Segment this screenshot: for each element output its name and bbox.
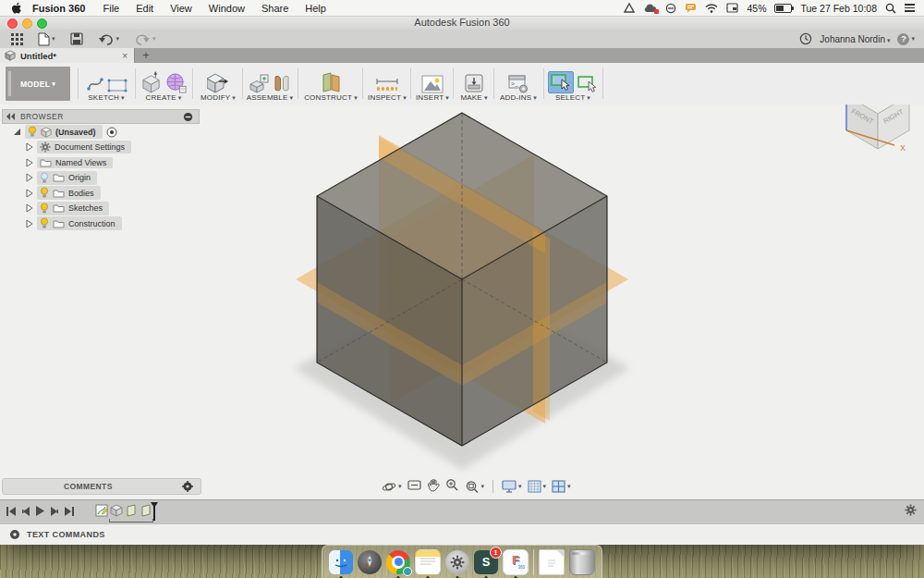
menu-edit[interactable]: Edit [128, 3, 162, 14]
look-at-tool[interactable] [407, 478, 421, 495]
wifi-icon[interactable] [705, 4, 718, 13]
dock-system-preferences-icon[interactable] [445, 550, 469, 574]
timeline-go-end-button[interactable] [64, 506, 75, 517]
new-tab-button[interactable]: + [135, 48, 157, 63]
visibility-bulb-icon[interactable] [40, 187, 49, 199]
ribbon-group-select[interactable]: SELECT [547, 65, 599, 103]
browser-row-sketches[interactable]: Sketches [0, 202, 131, 216]
dock-launchpad-icon[interactable] [358, 550, 382, 574]
text-commands-icon[interactable] [9, 529, 20, 540]
spotlight-icon[interactable] [885, 3, 896, 14]
fit-tool[interactable] [465, 480, 485, 494]
visibility-bulb-icon[interactable] [40, 217, 49, 229]
timeline-box-feature[interactable] [110, 504, 123, 517]
timeline-play-button[interactable] [35, 505, 45, 517]
menu-share[interactable]: Share [253, 3, 297, 14]
tab-close-icon[interactable]: × [122, 51, 128, 61]
dock-chrome-icon[interactable] [386, 550, 410, 574]
drive-status-icon[interactable] [624, 3, 635, 13]
undo-button[interactable] [98, 33, 120, 45]
timeline-step-forward-button[interactable] [50, 506, 59, 517]
browser-row-construction[interactable]: Construction [0, 216, 131, 231]
grid-settings-tool[interactable] [528, 480, 547, 493]
menu-window[interactable]: Window [201, 3, 253, 14]
data-panel-button[interactable] [11, 33, 23, 45]
window-titlebar[interactable]: Autodesk Fusion 360 [0, 15, 924, 31]
dock-documents-icon[interactable] [539, 549, 565, 575]
file-menu-button[interactable] [38, 32, 55, 46]
help-button[interactable]: ? [897, 33, 915, 45]
ribbon-group-addins[interactable]: >_ ADD-INS [495, 65, 541, 103]
menubar-app-name[interactable]: Fusion 360 [23, 3, 94, 14]
visibility-bulb-off-icon[interactable] [40, 172, 49, 184]
do-not-disturb-icon[interactable] [665, 3, 676, 14]
browser-display-settings-icon[interactable] [183, 112, 193, 122]
ribbon-group-sketch[interactable]: SKETCH [81, 65, 131, 103]
browser-row-origin[interactable]: Origin [0, 171, 131, 186]
minimize-window-button[interactable] [22, 18, 32, 29]
expand-closed-icon[interactable] [26, 219, 33, 228]
text-commands-bar[interactable]: TEXT COMMANDS [0, 523, 924, 545]
comments-bar[interactable]: COMMENTS [2, 478, 201, 495]
display-menu-icon[interactable] [726, 3, 738, 13]
orbit-tool[interactable] [382, 480, 402, 494]
expand-closed-icon[interactable] [26, 142, 33, 152]
expand-closed-icon[interactable] [26, 158, 33, 167]
menubar-clock[interactable]: Tue 27 Feb 10:08 [800, 3, 877, 14]
document-tab[interactable]: Untitled* × [0, 48, 135, 63]
visibility-bulb-icon[interactable] [28, 126, 37, 138]
expand-open-icon[interactable] [13, 128, 21, 136]
timeline-playhead[interactable] [153, 502, 155, 521]
comments-options-icon[interactable] [182, 481, 193, 492]
browser-root-row[interactable]: (Unsaved) [0, 125, 131, 140]
close-window-button[interactable] [7, 18, 18, 29]
workspace-selector[interactable]: MODEL [6, 67, 70, 101]
ribbon-group-make[interactable]: MAKE [455, 65, 493, 103]
ribbon-group-assemble[interactable]: ASSEMBLE [244, 65, 296, 103]
zoom-window-button[interactable] [37, 18, 47, 29]
timeline-step-back-button[interactable] [21, 506, 30, 517]
browser-row-bodies[interactable]: Bodies [0, 186, 131, 201]
dock-finder-icon[interactable] [329, 550, 353, 574]
notification-center-icon[interactable] [905, 4, 915, 12]
timeline-plane-feature[interactable] [125, 504, 138, 517]
dock-slack-icon[interactable]: S 1 [474, 550, 498, 574]
collapse-browser-icon[interactable] [6, 113, 16, 120]
viewcube[interactable]: TOP FRONT RIGHT Z X [833, 105, 922, 158]
browser-panel-header[interactable]: BROWSER [2, 109, 200, 124]
expand-closed-icon[interactable] [26, 189, 33, 198]
menu-view[interactable]: View [162, 3, 201, 14]
pan-tool[interactable] [427, 478, 440, 496]
display-settings-tool[interactable] [502, 480, 522, 493]
browser-row-named-views[interactable]: Named Views [0, 155, 131, 170]
browser-row-document-settings[interactable]: Document Settings [0, 141, 131, 155]
ribbon-group-modify[interactable]: MODIFY [194, 65, 242, 103]
chat-app-icon[interactable] [685, 3, 697, 13]
timeline-settings-gear-icon[interactable] [905, 504, 917, 516]
menu-file[interactable]: File [94, 3, 128, 14]
ribbon-group-insert[interactable]: INSERT [412, 65, 453, 103]
redo-button[interactable] [134, 33, 156, 45]
ribbon-group-construct[interactable]: CONSTRUCT [301, 65, 360, 103]
user-account-button[interactable]: Johanna Nordin [820, 34, 890, 44]
apple-menu-icon[interactable] [11, 2, 23, 14]
dock-fusion360-icon[interactable]: F 360 [503, 549, 529, 575]
timeline-go-start-button[interactable] [6, 506, 17, 517]
ribbon-group-inspect[interactable]: INSPECT [364, 65, 410, 103]
viewport[interactable]: BROWSER (Unsaved) Do [0, 105, 924, 499]
job-status-icon[interactable] [799, 32, 812, 45]
viewport-canvas[interactable] [0, 105, 924, 499]
viewports-tool[interactable] [552, 480, 571, 493]
ribbon-group-create[interactable]: CREATE [139, 65, 188, 103]
select-window-tool[interactable] [548, 71, 574, 93]
menu-help[interactable]: Help [297, 3, 334, 14]
expand-closed-icon[interactable] [26, 173, 33, 182]
timeline-sketch-feature[interactable] [95, 504, 108, 517]
visibility-bulb-icon[interactable] [40, 203, 49, 215]
save-button[interactable] [70, 32, 83, 45]
zoom-tool[interactable] [445, 478, 459, 496]
activate-component-radio[interactable] [106, 127, 117, 138]
dock-notes-icon[interactable] [415, 549, 441, 575]
expand-closed-icon[interactable] [26, 203, 33, 213]
cloud-sync-icon[interactable] [643, 3, 657, 13]
